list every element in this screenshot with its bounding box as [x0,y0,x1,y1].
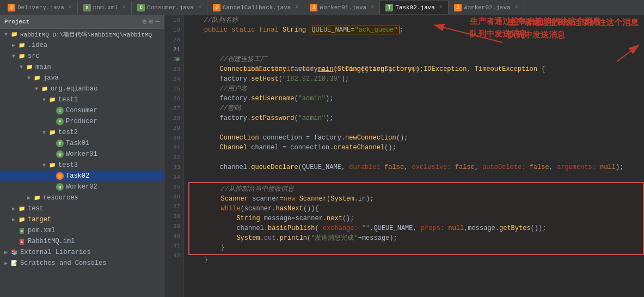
tree-item-scratches[interactable]: ▶ 📝 Scratches and Consoles [0,258,164,269]
settings-icon[interactable]: ⚙ [143,17,147,26]
tree-item-java[interactable]: ▼ 📁 java [0,72,164,83]
tree-item-test1[interactable]: ▼ 📁 test1 [0,94,164,105]
tree-item-label: pom.xml [28,227,55,234]
green-java-icon: T [56,139,64,148]
var-name: channel [236,225,263,232]
expand-arrow: ▶ [2,260,10,266]
xml-icon: x [17,226,26,235]
tab-worker02-java[interactable]: J Worker02.java × [449,1,524,14]
code-line-37: while(scanner.hasNext()){ [189,204,643,214]
expand-arrow: ▼ [33,86,40,92]
expand-arrow: ▼ [25,75,33,81]
tree-item-label: RabbitMQ.iml [28,238,75,245]
folder-icon: 📁 [48,161,57,169]
tree-item-rabbitmq-iml[interactable]: i RabbitMQ.iml [0,236,164,247]
code-line-40: System.out.println("发送消息完成"+message); [189,233,643,243]
line-num: 41 [164,241,180,251]
keyword: while [221,205,241,213]
editor-area[interactable]: 18 19 20 21 22 23 24 25 26 27 28 29 30 3… [164,15,644,297]
code-line-18: //队列名称 [188,15,644,25]
tree-item-test[interactable]: ▶ 📁 test [0,203,164,214]
tree-item-idea[interactable]: ▶ 📁 .idea [0,40,164,51]
folder-icon: 📁 [10,30,19,39]
tree-item-task01[interactable]: T Task01 [0,138,164,149]
folder-icon: 📁 [40,84,49,93]
tree-item-resources[interactable]: ▶ 📁 resources [0,192,164,203]
tree-item-pom-xml[interactable]: x pom.xml [0,225,164,236]
method-call: hasNext [275,205,303,213]
string-value: "" [362,225,370,232]
tab-task02-java[interactable]: T Task02.java × [380,1,449,14]
tree-item-worker01[interactable]: W Worker01 [0,149,164,160]
method-call: setHost [251,75,278,83]
tree-item-label: test3 [58,161,78,169]
tab-cancelcallback-java[interactable]: J CancelCallback.java × [207,1,304,14]
var-name: message [362,234,389,242]
line-num: 25 [164,84,180,94]
named-param: props: [421,225,444,232]
var-name: factory [314,134,341,142]
tree-item-external-libraries[interactable]: ▶ 📚 External Libraries [0,247,164,258]
tree-item-main[interactable]: ▼ 📁 main [0,62,164,72]
close-icon[interactable]: × [69,4,72,10]
class-ref: System [330,195,354,203]
tree-item-test3[interactable]: ▼ 📁 test3 [0,160,164,171]
method-call: setPassword [251,114,294,122]
var-name: QUEUE_NAME [374,225,413,232]
java-icon: J [454,4,462,11]
tree-item-target[interactable]: ▶ 📁 target [0,214,164,225]
named-param: arguments: [557,163,596,171]
java-icon: J [8,4,15,11]
line-num: 20 [164,35,180,45]
tree-item-src[interactable]: ▼ 📁 src [0,51,164,62]
var-name: connection [290,144,329,151]
close-icon[interactable]: × [295,4,298,10]
close-icon[interactable]: × [515,4,518,10]
tree-item-task02[interactable]: T Task02 [0,171,164,181]
line-num: 30 [164,133,180,143]
keyword: false [455,163,475,171]
tree-item-test2[interactable]: ▼ 📁 test2 [0,127,164,138]
tree-item-org-eqianbao[interactable]: ▼ 📁 org.eqianbao [0,83,164,94]
line-num: 33 [164,162,180,172]
code-line-25: //用户名 [188,84,644,94]
brace-close: } [221,244,225,252]
green-java-icon: W [56,183,64,191]
tab-pom-xml[interactable]: x pom.xml × [78,1,132,14]
tree-item-worker02[interactable]: W Worker02 [0,181,164,192]
code-line-20 [188,35,644,45]
code-block-highlighted: //从控制台当中接收信息 Scanner scanner=new Scanner… [188,182,644,255]
expand-arrow: ▼ [40,162,48,168]
code-line-29 [188,123,644,133]
run-gutter-icon[interactable]: ▶ [176,54,180,64]
tab-delivery-java[interactable]: J Delivery.java × [2,1,78,14]
var-name: message [264,215,291,222]
close-icon[interactable]: × [122,4,126,10]
tab-consumer-java[interactable]: C Consumer.java × [132,1,207,14]
code-line-30: Connection connection = factory.newConne… [188,133,644,143]
line-num: 32 [164,153,180,162]
expand-icon[interactable]: ⊞ [149,17,153,26]
tab-bar: J Delivery.java × x pom.xml × C Consumer… [0,0,644,15]
code-line-33: channel.queueDeclare(QUEUE_NAME, durable… [188,162,644,172]
line-num: 36 [164,192,180,202]
tab-worker01-java[interactable]: J Worker01.java × [304,1,380,14]
tab-label: Worker02.java [464,4,511,11]
tree-item-consumer[interactable]: C Consumer [0,105,164,116]
tree-item-producer[interactable]: P Producer [0,116,164,127]
green-java-icon: W [56,150,64,159]
line-num: 26 [164,94,180,104]
collapse-icon[interactable]: — [155,17,160,26]
named-param: autoDelete: [482,163,525,171]
tree-item-root[interactable]: ▼ 📁 RabbitMQ D:\项目代码\RabbitMQ\RabbitMQ [0,29,164,40]
green-java-icon: C [56,106,64,115]
keyword: false [530,163,549,171]
close-icon[interactable]: × [439,4,443,10]
code-line-42: } [188,255,644,265]
close-icon[interactable]: × [371,4,374,10]
folder-icon: 📁 [48,128,57,137]
folder-icon: 📁 [33,74,41,82]
type-name: Channel [220,144,247,151]
field-ref: out [264,234,276,242]
close-icon[interactable]: × [198,4,201,10]
